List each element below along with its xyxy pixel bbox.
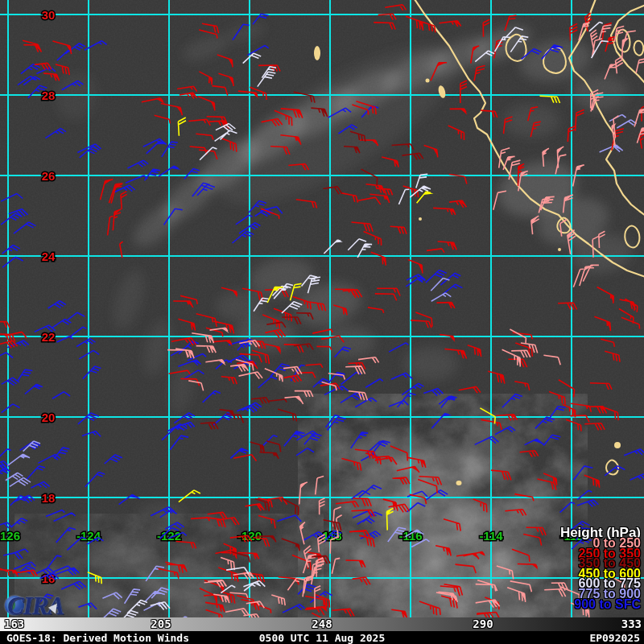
longitude-label: -126 [0,529,20,543]
island [426,79,430,83]
island [614,442,621,448]
brightness-temperature-scalebar: 163205248290333 [0,617,644,631]
latitude-label: 30 [42,8,56,22]
latitude-label: 26 [42,169,56,183]
status-bar: GOES-18: Derived Motion Winds 0500 UTC 1… [0,631,644,644]
latitude-label: 22 [42,330,56,344]
island [558,248,561,251]
product-title: GOES-18: Derived Motion Winds [6,631,189,644]
cira-logo: CIRA [5,592,69,617]
latitude-label: 20 [42,411,56,424]
island [419,217,422,221]
satellite-map-canvas: -126-124-122-120-118-116-114-112 3028262… [0,0,644,617]
satellite-map: -126-124-122-120-118-116-114-112 3028262… [0,0,644,617]
scalebar-value: 163 [4,617,24,631]
scalebar-value: 333 [621,617,642,631]
longitude-label: -114 [479,529,503,543]
latitude-label: 18 [42,491,56,505]
latitude-label: 24 [42,250,56,263]
scalebar-value: 248 [312,617,332,631]
scalebar-value: 205 [151,617,171,631]
goes-satellite-wind-viewer: -126-124-122-120-118-116-114-112 3028262… [0,0,644,644]
island [456,481,462,485]
island [314,46,320,60]
scalebar-value: 290 [473,617,493,631]
storm-id: EP092025 [589,631,640,644]
valid-time: 0500 UTC 11 Aug 2025 [259,631,386,644]
